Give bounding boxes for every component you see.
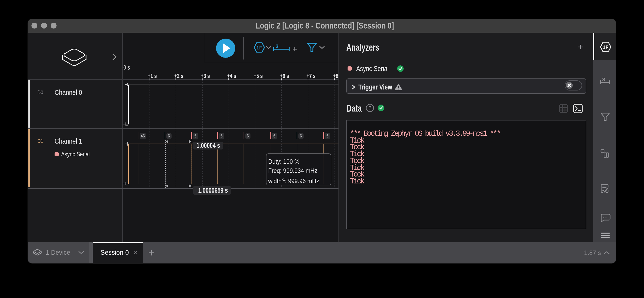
svg-text:?: ? <box>368 105 371 111</box>
svg-text:3: 3 <box>602 76 605 82</box>
svg-text:1F: 1F <box>603 44 608 50</box>
svg-text:1F: 1F <box>256 45 262 50</box>
svg-text:3: 3 <box>276 43 278 50</box>
